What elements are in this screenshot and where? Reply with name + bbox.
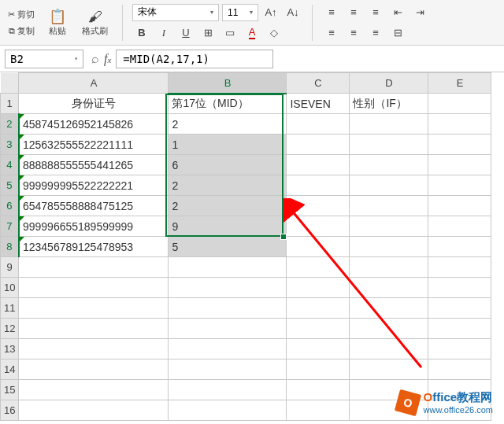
row-header[interactable]: 9 (1, 257, 19, 278)
cell[interactable] (350, 237, 428, 257)
clear-format-button[interactable]: ◇ (265, 24, 284, 42)
cell[interactable] (428, 359, 491, 380)
cell[interactable] (19, 380, 169, 400)
cell[interactable] (169, 380, 287, 400)
cell[interactable] (287, 175, 350, 196)
row-header[interactable]: 8 (1, 237, 19, 257)
cell[interactable] (287, 114, 350, 135)
bold-button[interactable]: B (132, 24, 151, 42)
name-box[interactable]: B2 ▾ (5, 50, 83, 68)
cell[interactable] (287, 237, 350, 257)
row-header[interactable]: 11 (1, 298, 19, 319)
cell[interactable] (428, 135, 491, 155)
row-header[interactable]: 13 (1, 339, 19, 359)
paste-button[interactable]: 📋 粘贴 (44, 6, 71, 39)
cell[interactable] (428, 175, 491, 196)
cell[interactable]: ISEVEN (287, 94, 350, 114)
cell[interactable] (19, 339, 169, 359)
cell[interactable] (350, 135, 428, 155)
cut-button[interactable]: ✂ 剪切 (5, 7, 38, 22)
row-header[interactable]: 16 (1, 400, 19, 421)
cell[interactable] (350, 359, 428, 380)
col-header-C[interactable]: C (287, 73, 350, 94)
cell[interactable] (287, 319, 350, 339)
cell[interactable]: 6 (169, 155, 287, 175)
cell[interactable]: 2 (169, 196, 287, 216)
cell[interactable] (428, 237, 491, 257)
cell[interactable]: 123456789125478953 (19, 237, 169, 257)
cell[interactable] (19, 257, 169, 278)
cell[interactable]: 125632555522221111 (19, 135, 169, 155)
cell[interactable] (428, 278, 491, 298)
cell[interactable]: 2 (169, 175, 287, 196)
align-center-button[interactable]: ≡ (344, 24, 363, 42)
cell[interactable] (350, 257, 428, 278)
cell[interactable]: 1 (169, 135, 287, 155)
cell[interactable] (287, 380, 350, 400)
select-all-corner[interactable] (1, 73, 19, 94)
cell[interactable] (19, 400, 169, 421)
row-header[interactable]: 15 (1, 380, 19, 400)
cell[interactable] (428, 216, 491, 237)
cell[interactable] (428, 298, 491, 319)
row-header[interactable]: 6 (1, 196, 19, 216)
cell[interactable] (169, 257, 287, 278)
align-top-button[interactable]: ≡ (322, 4, 341, 21)
font-size-select[interactable]: 11 ▾ (222, 4, 258, 21)
italic-button[interactable]: I (154, 24, 173, 42)
fill-color-button[interactable]: ▭ (220, 24, 239, 42)
align-middle-button[interactable]: ≡ (344, 4, 363, 21)
zoom-icon[interactable]: ⌕ (91, 52, 99, 66)
cell[interactable]: 888888555555441265 (19, 155, 169, 175)
cell[interactable] (287, 135, 350, 155)
cell[interactable]: 性别（IF） (350, 94, 428, 114)
fx-icon[interactable]: fx (104, 52, 111, 66)
cell[interactable] (350, 298, 428, 319)
cell[interactable]: 9 (169, 216, 287, 237)
cell[interactable] (169, 339, 287, 359)
cell[interactable] (428, 94, 491, 114)
cell[interactable]: 第17位（MID） (169, 94, 287, 114)
cell[interactable] (287, 257, 350, 278)
col-header-E[interactable]: E (428, 73, 491, 94)
cell[interactable] (19, 298, 169, 319)
cell[interactable] (350, 175, 428, 196)
cell[interactable] (287, 216, 350, 237)
align-right-button[interactable]: ≡ (366, 24, 385, 42)
cell[interactable] (287, 339, 350, 359)
row-header[interactable]: 5 (1, 175, 19, 196)
row-header[interactable]: 14 (1, 359, 19, 380)
shrink-font-button[interactable]: A↓ (284, 4, 302, 21)
row-header[interactable]: 10 (1, 278, 19, 298)
font-color-button[interactable]: A (243, 24, 261, 42)
underline-button[interactable]: U (176, 24, 195, 42)
cell[interactable]: 458745126952145826 (19, 114, 169, 135)
font-name-select[interactable]: 宋体 ▾ (132, 4, 219, 21)
grid[interactable]: A B C D E 1 身份证号 第17位（MID） ISEVEN 性别（IF）… (0, 72, 491, 421)
row-header[interactable]: 1 (1, 94, 19, 114)
row-header[interactable]: 12 (1, 319, 19, 339)
cell[interactable] (287, 278, 350, 298)
cell[interactable]: 5 (169, 237, 287, 257)
cell[interactable] (350, 114, 428, 135)
cell[interactable] (169, 359, 287, 380)
cell[interactable] (350, 319, 428, 339)
cell[interactable] (169, 400, 287, 421)
row-header[interactable]: 3 (1, 135, 19, 155)
cell[interactable]: 999996655189599999 (19, 216, 169, 237)
indent-right-button[interactable]: ⇥ (410, 4, 429, 21)
align-bottom-button[interactable]: ≡ (366, 4, 385, 21)
cell[interactable] (428, 155, 491, 175)
cell[interactable] (350, 339, 428, 359)
cell[interactable] (428, 319, 491, 339)
cell[interactable] (287, 298, 350, 319)
fill-handle[interactable] (280, 234, 287, 240)
cell[interactable] (169, 278, 287, 298)
cell[interactable]: 身份证号 (19, 94, 169, 114)
merge-button[interactable]: ⊟ (388, 24, 407, 42)
align-left-button[interactable]: ≡ (322, 24, 341, 42)
cell[interactable] (287, 400, 350, 421)
cell[interactable] (350, 155, 428, 175)
col-header-B[interactable]: B (169, 73, 287, 94)
cell[interactable] (350, 278, 428, 298)
